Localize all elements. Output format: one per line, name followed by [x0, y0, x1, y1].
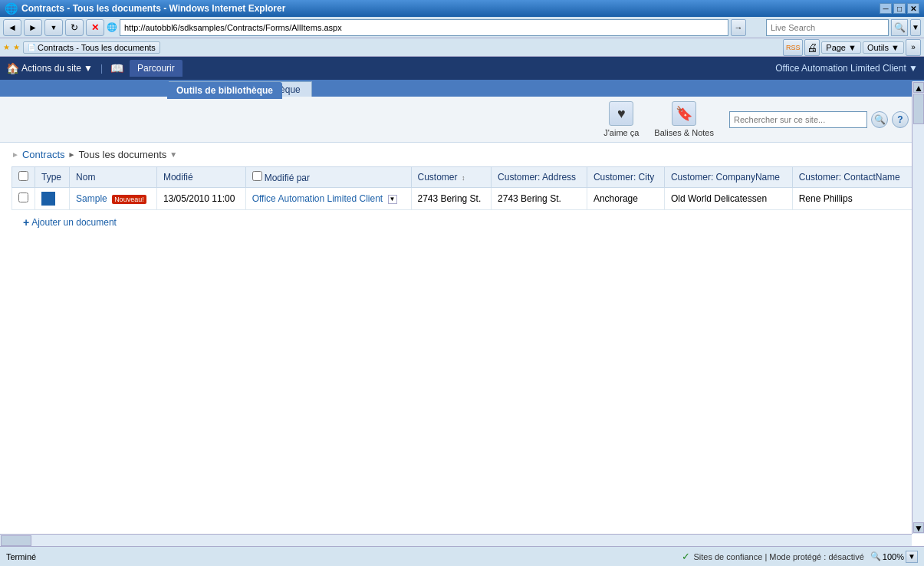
notes-button[interactable]: 🔖 Balises & Notes [654, 101, 714, 137]
like-button[interactable]: ♥ J'aime ça [603, 101, 639, 137]
sp-navbar: 🏠 Actions du site ▼ | 📖 Parcourir Office… [0, 57, 924, 80]
go-button[interactable]: → [731, 19, 746, 36]
url-label: 🌐 [107, 22, 117, 32]
row-customer: 2743 Bering St. [418, 193, 482, 204]
new-badge: Nouveau! [112, 195, 146, 204]
rss-button[interactable]: RSS [783, 39, 803, 56]
title-bar-buttons: ─ □ ✕ [880, 3, 919, 14]
help-button[interactable]: ? [892, 111, 909, 128]
bc-separator: ► [68, 150, 76, 159]
bc-current-view[interactable]: Tous les documents [78, 149, 166, 160]
zone-label: Sites de confiance | Mode protégé : désa… [693, 552, 863, 561]
vertical-scrollbar[interactable]: ▲ ▼ [912, 81, 924, 534]
refresh-button[interactable]: ↻ [65, 19, 84, 36]
row-customer-cell: 2743 Bering St. [411, 188, 492, 210]
add-favorites-icon[interactable]: ★ [3, 43, 10, 51]
social-bar: ♥ J'aime ça 🔖 Balises & Notes 🔍 ? [0, 97, 924, 143]
row-modified-cell: 13/05/2010 11:00 [156, 188, 245, 210]
vscroll-down[interactable]: ▼ [913, 522, 924, 533]
ribbon-dropdown: Outils de bibliothèque [167, 82, 282, 99]
col-header-check[interactable] [12, 167, 35, 188]
client-label: Office Automation Limited Client [775, 63, 906, 74]
row-customer-contact: Rene Phillips [799, 193, 853, 204]
hscroll-thumb[interactable] [1, 535, 31, 546]
fav-page-icon: 📄 [28, 44, 36, 51]
row-checkbox-cell[interactable] [12, 188, 35, 210]
col-header-customer-city: Customer: City [587, 167, 664, 188]
row-name-link[interactable]: Sample [76, 193, 107, 204]
close-button[interactable]: ✕ [907, 3, 919, 14]
fav-item-label: Contracts - Tous les documents [38, 43, 156, 52]
row-customer-addr-cell: 2743 Bering St. [492, 188, 587, 210]
search-site-input[interactable] [729, 111, 867, 128]
site-actions-menu[interactable]: 🏠 Actions du site ▼ [6, 62, 93, 74]
select-all-checkbox[interactable] [18, 171, 28, 181]
vscroll-up[interactable]: ▲ [913, 82, 924, 93]
bc-contracts-link[interactable]: Contracts [22, 149, 65, 160]
table-header-row: Type Nom Modifié Modifié par Customer ↕ … [12, 167, 912, 188]
zoom-dropdown-button[interactable]: ▼ [906, 551, 918, 563]
nav-icon: 📖 [110, 62, 123, 74]
row-modified-by-link[interactable]: Office Automation Limited Client [252, 193, 383, 204]
col-header-customer[interactable]: Customer ↕ [411, 167, 492, 188]
col-header-modifie-par: Modifié par [245, 167, 411, 188]
site-icon: 🏠 [6, 62, 19, 74]
ribbon-tabs: Documents Bibliothèque [0, 80, 924, 97]
more-tools-button[interactable]: » [906, 39, 921, 56]
zoom-level: 100% [883, 552, 904, 561]
row-name-cell: Sample Nouveau! [70, 188, 157, 210]
tools-dropdown-button[interactable]: ▼ [910, 19, 921, 36]
bc-nav-icon: ► [12, 150, 19, 159]
back-button[interactable]: ◄ [3, 19, 21, 36]
status-text: Terminé [6, 552, 36, 561]
address-bar: ◄ ► ▼ ↻ ✕ 🌐 → 🔍 ▼ [0, 17, 924, 38]
add-document-link[interactable]: + Ajouter un document [12, 210, 912, 235]
fav-item-contracts[interactable]: 📄 Contracts - Tous les documents [23, 41, 160, 54]
search-site-button[interactable]: 🔍 [871, 111, 888, 128]
client-arrow[interactable]: ▼ [909, 63, 918, 74]
live-search-input[interactable] [766, 19, 889, 36]
restore-button[interactable]: □ [893, 3, 906, 14]
horizontal-scrollbar[interactable] [0, 534, 912, 546]
stop-button[interactable]: ✕ [86, 19, 104, 36]
col-header-customer-addr: Customer: Address [492, 167, 587, 188]
title-bar: 🌐 Contracts - Tous les documents - Windo… [0, 0, 924, 17]
sort-icon: ↕ [462, 174, 465, 182]
col-header-customer-company: Customer: CompanyName [664, 167, 792, 188]
minimize-button[interactable]: ─ [880, 3, 892, 14]
favorites-icon[interactable]: ★ [13, 43, 20, 51]
favorites-bar: ★ ★ 📄 Contracts - Tous les documents RSS… [0, 38, 924, 57]
parcourir-tab[interactable]: Parcourir [130, 60, 182, 77]
row-type-cell [35, 188, 70, 210]
page-menu[interactable]: Page ▼ [821, 41, 861, 54]
ie-logo: 🌐 [5, 2, 18, 15]
tools-label: Outils ▼ [867, 43, 899, 52]
col-check2[interactable] [252, 171, 262, 181]
main-area: ♥ J'aime ça 🔖 Balises & Notes 🔍 ? ► Cont… [0, 97, 924, 546]
row-checkbox[interactable] [18, 193, 28, 202]
col-header-customer-contact: Customer: ContactName [792, 167, 912, 188]
zoom-icon: 🔍 [870, 551, 881, 561]
fav-more: RSS 🖨 Page ▼ Outils ▼ » [783, 39, 921, 56]
search-go-button[interactable]: 🔍 [891, 19, 908, 36]
document-table-body: Sample Nouveau! 13/05/2010 11:00 Office … [12, 188, 912, 210]
inline-edit-icon[interactable]: ▼ [388, 195, 397, 204]
search-site-bar: 🔍 ? [729, 111, 909, 128]
row-customer-city-cell: Anchorage [587, 188, 664, 210]
window-title: Contracts - Tous les documents - Windows… [21, 3, 285, 14]
nav-divider: | [100, 63, 103, 74]
bc-dropdown-arrow[interactable]: ▼ [169, 150, 177, 159]
row-customer-addr: 2743 Bering St. [498, 193, 561, 204]
dropdown-button[interactable]: ▼ [44, 19, 63, 36]
add-doc-label[interactable]: Ajouter un document [31, 217, 117, 228]
forward-button[interactable]: ► [24, 19, 42, 36]
vscroll-thumb[interactable] [913, 94, 924, 124]
url-input[interactable] [120, 19, 728, 36]
like-icon: ♥ [609, 101, 633, 126]
row-customer-contact-cell: Rene Phillips [792, 188, 912, 210]
print-button[interactable]: 🖨 [804, 39, 820, 56]
col-header-nom: Nom [70, 167, 157, 188]
col-header-modifie: Modifié [156, 167, 245, 188]
checkmark-icon: ✓ [682, 551, 690, 562]
tools-menu[interactable]: Outils ▼ [863, 41, 904, 54]
